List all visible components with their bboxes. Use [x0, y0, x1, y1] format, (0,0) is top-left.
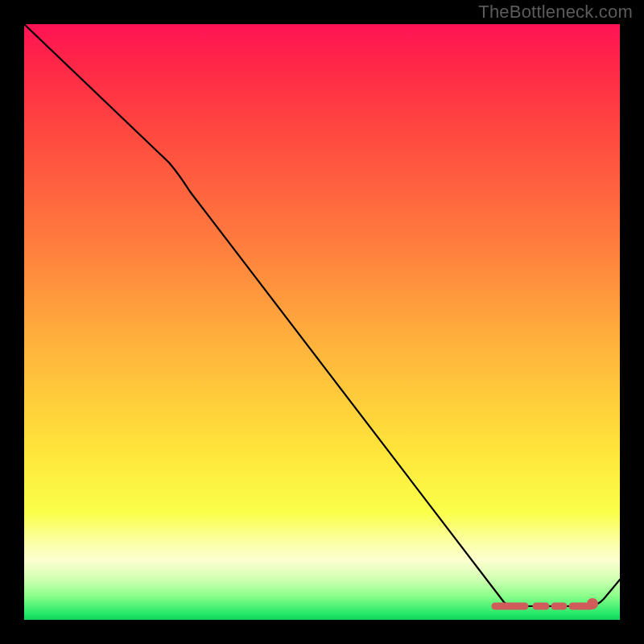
chart-svg: [24, 24, 620, 620]
chart-frame: TheBottleneck.com: [0, 0, 644, 644]
marker-dot: [587, 598, 598, 609]
watermark-text: TheBottleneck.com: [478, 2, 633, 23]
plot-area: [24, 24, 620, 620]
main-line: [24, 24, 620, 606]
